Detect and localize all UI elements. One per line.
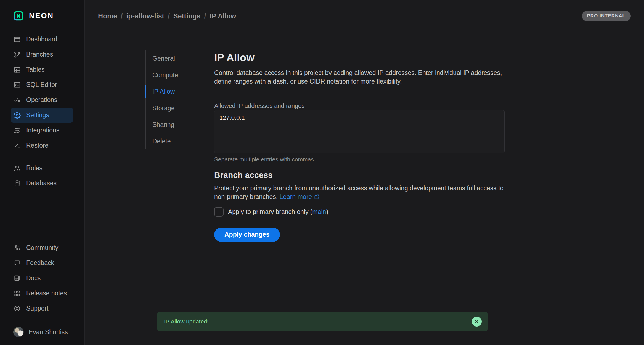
sidebar-item-label: Settings — [26, 111, 49, 119]
ip-field-label: Allowed IP addresses and ranges — [214, 102, 505, 109]
toast-message: IP Allow updated! — [164, 318, 209, 325]
breadcrumb: Home / ip-allow-list / Settings / IP All… — [98, 12, 236, 20]
close-icon — [474, 319, 479, 324]
apply-changes-button[interactable]: Apply changes — [214, 228, 280, 242]
page-title: IP Allow — [214, 52, 505, 64]
sidebar-item-label: Dashboard — [26, 36, 57, 43]
sql-editor-icon — [14, 81, 21, 89]
plan-badge: PRO INTERNAL — [582, 11, 631, 21]
breadcrumb-project[interactable]: ip-allow-list — [126, 12, 164, 20]
ip-field-helper: Separate multiple entries with commas. — [214, 156, 505, 163]
sidebar-item-label: Tables — [26, 66, 44, 73]
settings-tab-compute[interactable]: Compute — [146, 67, 190, 83]
primary-branch-label: Apply to primary branch only (main) — [228, 208, 328, 216]
breadcrumb-separator: / — [168, 12, 170, 20]
primary-branch-checkbox[interactable] — [214, 207, 224, 217]
breadcrumb-home[interactable]: Home — [98, 12, 117, 20]
sidebar-item-integrations[interactable]: Integrations — [11, 123, 73, 138]
sidebar-item-label: Release notes — [26, 290, 67, 297]
sidebar-item-support[interactable]: Support — [11, 301, 73, 316]
breadcrumb-separator: / — [204, 12, 206, 20]
sidebar-item-label: SQL Editor — [26, 81, 57, 89]
external-link-icon — [314, 194, 320, 200]
settings-tab-delete[interactable]: Delete — [146, 133, 190, 149]
sidebar-divider — [15, 157, 36, 157]
sidebar-item-branches[interactable]: Branches — [11, 47, 73, 62]
sidebar: NEON Dashboard Branches Tables — [0, 0, 85, 345]
sidebar-nav-secondary: Roles Databases — [11, 161, 73, 191]
branch-access-description: Protect your primary branch from unautho… — [214, 184, 505, 201]
support-icon — [14, 305, 21, 312]
settings-tab-ip-allow[interactable]: IP Allow — [146, 83, 190, 100]
breadcrumb-current: IP Allow — [210, 12, 236, 20]
branches-icon — [14, 51, 21, 58]
success-toast: IP Allow updated! — [157, 312, 488, 331]
settings-tab-storage[interactable]: Storage — [146, 100, 190, 116]
settings-tab-sharing[interactable]: Sharing — [146, 116, 190, 133]
breadcrumb-settings[interactable]: Settings — [173, 12, 201, 20]
tables-icon — [14, 66, 21, 73]
ip-allow-panel: IP Allow Control database access in this… — [214, 32, 505, 242]
sidebar-item-restore[interactable]: Restore — [11, 138, 73, 153]
user-menu[interactable]: Evan Shortiss — [0, 323, 84, 337]
sidebar-nav-footer: Community Feedback Docs Release notes — [11, 240, 73, 316]
feedback-icon — [14, 260, 21, 267]
breadcrumb-separator: / — [121, 12, 123, 20]
sidebar-item-docs[interactable]: Docs — [11, 271, 73, 286]
sidebar-nav-main: Dashboard Branches Tables SQL Editor — [11, 32, 73, 153]
sidebar-item-feedback[interactable]: Feedback — [11, 255, 73, 271]
sidebar-divider — [15, 320, 36, 320]
operations-icon — [14, 97, 21, 104]
sidebar-item-label: Community — [26, 244, 58, 252]
settings-tab-general[interactable]: General — [146, 50, 190, 67]
branch-name-link[interactable]: main — [312, 208, 326, 215]
integrations-icon — [14, 127, 21, 134]
docs-icon — [14, 275, 21, 282]
sidebar-spacer — [0, 191, 84, 240]
release-notes-icon — [14, 290, 21, 297]
sidebar-item-tables[interactable]: Tables — [11, 62, 73, 77]
dashboard-icon — [14, 36, 21, 43]
settings-sub-nav: General Compute IP Allow Storage Sharing… — [145, 50, 190, 149]
sidebar-item-community[interactable]: Community — [11, 240, 73, 255]
sidebar-item-operations[interactable]: Operations — [11, 92, 73, 108]
sidebar-item-label: Roles — [26, 164, 43, 172]
top-bar: Home / ip-allow-list / Settings / IP All… — [85, 0, 644, 32]
sidebar-item-sql-editor[interactable]: SQL Editor — [11, 77, 73, 92]
sidebar-item-label: Restore — [26, 142, 49, 149]
sidebar-item-label: Branches — [26, 51, 53, 58]
sidebar-item-release-notes[interactable]: Release notes — [11, 286, 73, 301]
sidebar-item-label: Operations — [26, 96, 57, 104]
gear-icon — [14, 112, 21, 119]
learn-more-link[interactable]: Learn more — [280, 193, 320, 200]
databases-icon — [14, 180, 21, 187]
sidebar-item-label: Databases — [26, 180, 57, 187]
main-content: General Compute IP Allow Storage Sharing… — [85, 32, 644, 345]
avatar — [13, 327, 24, 337]
sidebar-item-label: Support — [26, 305, 49, 312]
sidebar-item-label: Integrations — [26, 127, 59, 134]
sidebar-item-databases[interactable]: Databases — [11, 176, 73, 191]
user-name: Evan Shortiss — [29, 328, 68, 336]
community-icon — [14, 244, 21, 252]
app-root: NEON Dashboard Branches Tables — [0, 0, 644, 345]
sidebar-item-roles[interactable]: Roles — [11, 161, 73, 176]
brand[interactable]: NEON — [0, 0, 84, 21]
toast-close-button[interactable] — [472, 317, 482, 327]
sidebar-item-settings[interactable]: Settings — [11, 108, 73, 123]
sidebar-item-label: Feedback — [26, 259, 54, 267]
sidebar-item-label: Docs — [26, 274, 41, 282]
ip-addresses-input[interactable]: 127.0.0.1 — [214, 110, 505, 153]
branch-access-title: Branch access — [214, 170, 505, 180]
primary-branch-row: Apply to primary branch only (main) — [214, 207, 505, 217]
roles-icon — [14, 165, 21, 172]
brand-name: NEON — [29, 12, 54, 20]
sidebar-item-dashboard[interactable]: Dashboard — [11, 32, 73, 47]
restore-icon — [14, 142, 21, 149]
neon-logo-icon — [14, 11, 23, 21]
page-description: Control database access in this project … — [214, 69, 505, 86]
